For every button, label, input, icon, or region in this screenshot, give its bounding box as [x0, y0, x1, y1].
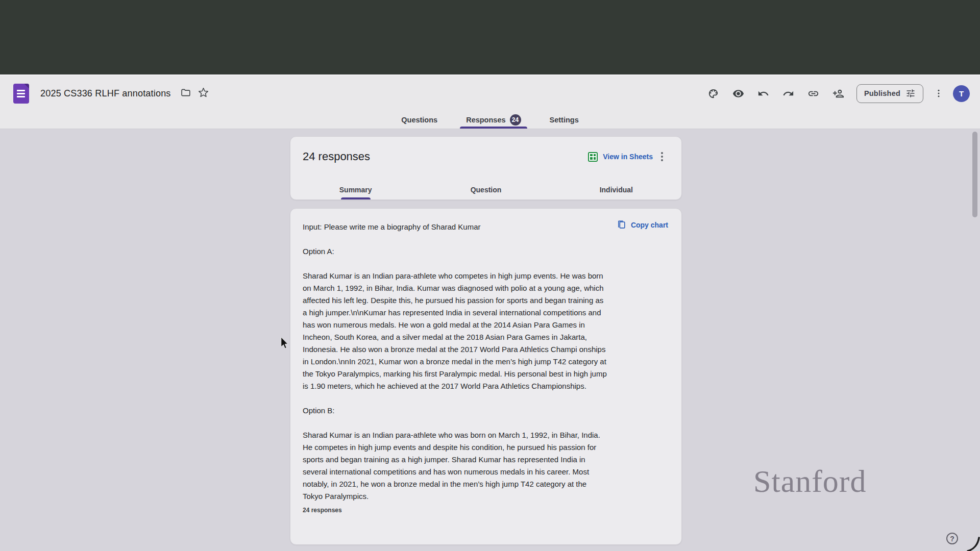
tab-settings[interactable]: Settings [547, 111, 582, 129]
option-b-text: Sharad Kumar is an Indian para-athlete w… [303, 429, 607, 503]
published-button[interactable]: Published [856, 84, 923, 103]
tab-questions[interactable]: Questions [398, 111, 440, 129]
app-header: 2025 CS336 RLHF annotations Published [0, 74, 980, 111]
copy-icon [617, 220, 626, 230]
published-label: Published [864, 89, 900, 97]
card-kebab-icon[interactable] [661, 156, 663, 158]
add-collaborators-icon[interactable] [828, 83, 849, 104]
more-options-kebab-icon[interactable] [931, 83, 946, 104]
move-to-folder-icon[interactable] [180, 87, 191, 100]
form-tabs: Questions Responses 24 Settings [0, 111, 980, 129]
scrollbar-thumb[interactable] [972, 132, 977, 217]
option-a-label: Option A: [303, 245, 607, 258]
google-forms-icon[interactable] [13, 84, 29, 104]
responses-count-title: 24 responses [303, 150, 370, 163]
corner-annotation-stroke [965, 536, 980, 551]
responses-count-badge: 24 [510, 114, 521, 126]
subtab-individual[interactable]: Individual [551, 180, 681, 199]
redo-icon[interactable] [778, 83, 799, 104]
responses-summary-card: 24 responses View in Sheets Summary Ques… [290, 136, 682, 200]
form-title[interactable]: 2025 CS336 RLHF annotations [40, 88, 171, 99]
preview-eye-icon[interactable] [728, 83, 749, 104]
video-top-bar [0, 0, 980, 74]
subtab-question[interactable]: Question [421, 180, 551, 199]
help-button[interactable]: ? [946, 533, 958, 544]
question-response-card: Copy chart Input: Please write me a biog… [290, 208, 682, 545]
subtab-summary[interactable]: Summary [290, 180, 421, 199]
stanford-watermark: Stanford [753, 463, 867, 499]
undo-icon[interactable] [753, 83, 774, 104]
account-avatar[interactable]: T [953, 85, 970, 102]
publish-settings-icon [905, 88, 916, 98]
copy-link-icon[interactable] [803, 83, 824, 104]
google-sheets-icon [588, 152, 598, 162]
tab-responses[interactable]: Responses 24 [463, 111, 524, 129]
star-icon[interactable] [198, 87, 209, 100]
question-input-line: Input: Please write me a biography of Sh… [303, 221, 607, 233]
option-a-text: Sharad Kumar is an Indian para-athlete w… [303, 270, 607, 392]
responses-footer-count: 24 responses [303, 507, 669, 514]
mouse-cursor [280, 337, 289, 352]
option-b-label: Option B: [303, 405, 607, 417]
view-in-sheets-button[interactable]: View in Sheets [588, 152, 653, 162]
customize-theme-icon[interactable] [703, 83, 724, 104]
copy-chart-button[interactable]: Copy chart [617, 220, 668, 230]
